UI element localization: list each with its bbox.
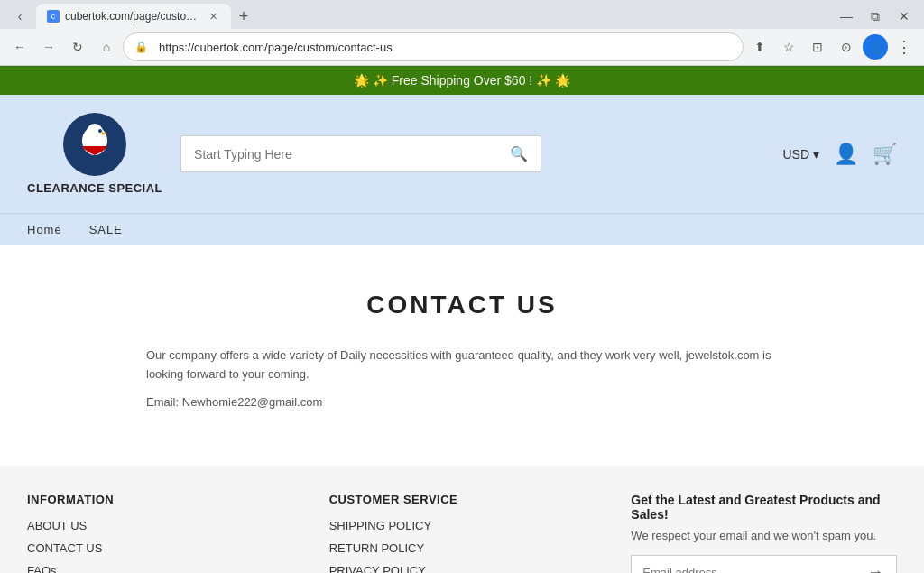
share-button[interactable]: ⬆ (747, 34, 772, 60)
footer-cs-title: CUSTOMER SERVICE (329, 493, 596, 506)
tab-bar: ‹ c cubertok.com/page/custom/co... ✕ + —… (0, 0, 924, 29)
extensions-button[interactable]: ⊡ (805, 34, 830, 60)
close-window-button[interactable]: ✕ (892, 4, 917, 29)
browser-actions: ⬆ ☆ ⊡ ⊙ 👤 ⋮ (747, 34, 917, 60)
home-button[interactable]: ⌂ (94, 34, 119, 60)
site-wrapper: 🌟 ✨ Free Shipping Over $60 ! ✨ 🌟 (0, 66, 924, 573)
page-title: CONTACT US (27, 291, 897, 319)
announcement-text: 🌟 ✨ Free Shipping Over $60 ! ✨ 🌟 (354, 73, 570, 88)
bookmark-button[interactable]: ☆ (776, 34, 801, 60)
footer-about-link[interactable]: ABOUT US (27, 519, 293, 532)
new-tab-button[interactable]: + (231, 4, 256, 29)
profile-button[interactable]: 👤 (863, 34, 888, 60)
footer-contact-link[interactable]: CONTACT US (27, 541, 293, 555)
logo-text: CLEARANCE SPECIAL (27, 181, 162, 195)
newsletter-email-input[interactable] (632, 556, 855, 573)
search-button[interactable]: 🔍 (497, 136, 541, 171)
footer-privacy-link[interactable]: PRIVACY POLICY (329, 564, 596, 573)
forward-button[interactable]: → (36, 34, 61, 60)
svg-point-3 (98, 129, 102, 133)
account-button[interactable]: 👤 (834, 143, 858, 166)
email-label: Email: (146, 395, 179, 409)
logo-image[interactable] (63, 113, 126, 176)
search-area: 🔍 (180, 135, 541, 172)
currency-label: USD (782, 147, 809, 162)
email-address: Newhomie222@gmail.com (182, 395, 323, 409)
back-button[interactable]: ← (7, 34, 32, 60)
site-navigation: Home SALE (0, 213, 924, 245)
main-content: CONTACT US Our company offers a wide var… (0, 245, 924, 466)
footer-faq-link[interactable]: FAQs (27, 564, 293, 573)
header-right: USD ▾ 👤 🛒 (782, 143, 897, 166)
tab-prev-button[interactable]: ‹ (7, 4, 32, 29)
nav-home-link[interactable]: Home (27, 223, 62, 236)
url-bar[interactable]: 🔒 https://cubertok.com/page/custom/conta… (123, 32, 744, 61)
contact-email: Email: Newhomie222@gmail.com (146, 393, 778, 412)
tab-close-button[interactable]: ✕ (206, 9, 220, 23)
active-tab[interactable]: c cubertok.com/page/custom/co... ✕ (36, 4, 231, 29)
footer-customer-service-col: CUSTOMER SERVICE SHIPPING POLICY RETURN … (329, 493, 596, 573)
reload-button[interactable]: ↻ (65, 34, 90, 60)
menu-button[interactable]: ⋮ (892, 34, 917, 60)
newsletter-submit-button[interactable]: → (855, 556, 896, 573)
newsletter-form: → (631, 555, 897, 573)
footer-shipping-link[interactable]: SHIPPING POLICY (329, 519, 596, 532)
footer-info-title: INFORMATION (27, 493, 293, 506)
site-footer: INFORMATION ABOUT US CONTACT US FAQs CUS… (0, 466, 924, 573)
tab-title: cubertok.com/page/custom/co... (65, 10, 200, 23)
restore-button[interactable]: ⧉ (863, 4, 888, 29)
logo-area: CLEARANCE SPECIAL (27, 113, 162, 195)
footer-newsletter-col: Get the Latest and Greatest Products and… (631, 493, 897, 573)
search-input[interactable] (181, 138, 497, 171)
currency-selector[interactable]: USD ▾ (782, 147, 819, 162)
address-bar: ← → ↻ ⌂ 🔒 https://cubertok.com/page/cust… (0, 29, 924, 65)
search-box: 🔍 (180, 135, 541, 172)
currency-dropdown-icon: ▾ (813, 147, 819, 162)
tab-favicon: c (47, 10, 60, 23)
contact-description: Our company offers a wide variety of Dai… (146, 347, 778, 384)
footer-information-col: INFORMATION ABOUT US CONTACT US FAQs (27, 493, 293, 573)
account-circle-button[interactable]: ⊙ (834, 34, 859, 60)
announcement-bar: 🌟 ✨ Free Shipping Over $60 ! ✨ 🌟 (0, 66, 924, 95)
nav-sale-link[interactable]: SALE (89, 223, 123, 236)
newsletter-title: Get the Latest and Greatest Products and… (631, 493, 897, 522)
cart-button[interactable]: 🛒 (873, 143, 897, 166)
browser-chrome: ‹ c cubertok.com/page/custom/co... ✕ + —… (0, 0, 924, 66)
footer-return-link[interactable]: RETURN POLICY (329, 541, 596, 555)
site-header: CLEARANCE SPECIAL 🔍 USD ▾ 👤 🛒 (0, 95, 924, 213)
newsletter-description: We respect your email and we won't spam … (631, 529, 897, 542)
minimize-button[interactable]: — (834, 4, 859, 29)
url-text: https://cubertok.com/page/custom/contact… (152, 41, 732, 54)
